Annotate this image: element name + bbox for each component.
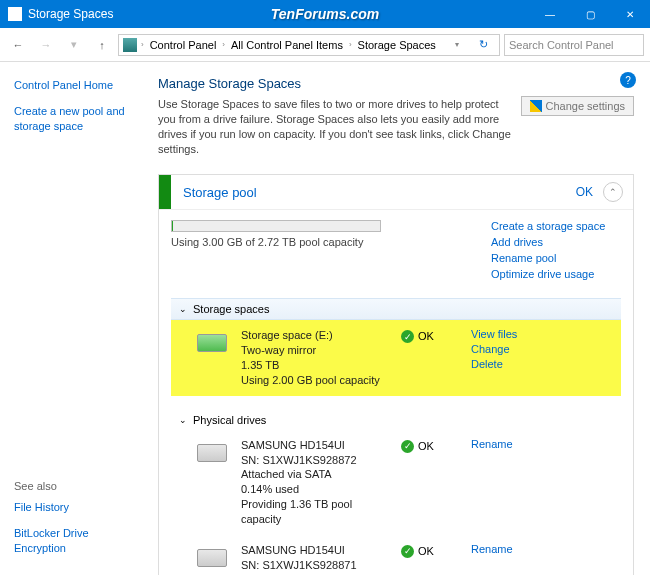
- rename-drive-link[interactable]: Rename: [471, 438, 613, 450]
- pool-status: OK: [576, 185, 603, 199]
- sidebar-file-history-link[interactable]: File History: [14, 500, 138, 514]
- create-space-link[interactable]: Create a storage space: [491, 220, 621, 232]
- section-label: Storage spaces: [193, 303, 269, 315]
- space-size: 1.35 TB: [241, 358, 391, 373]
- close-button[interactable]: ✕: [610, 0, 650, 28]
- space-name: Storage space (E:): [241, 328, 391, 343]
- drive-model: SAMSUNG HD154UI: [241, 543, 391, 558]
- pool-status-stripe: [159, 175, 171, 209]
- delete-link[interactable]: Delete: [471, 358, 613, 370]
- search-input[interactable]: Search Control Panel: [504, 34, 644, 56]
- space-status: OK: [418, 330, 434, 342]
- space-usage: Using 2.00 GB pool capacity: [241, 373, 391, 388]
- see-also-label: See also: [14, 480, 138, 492]
- drive-model: SAMSUNG HD154UI: [241, 438, 391, 453]
- minimize-button[interactable]: —: [530, 0, 570, 28]
- drive-icon: [197, 334, 227, 352]
- titlebar: Storage Spaces TenForums.com — ▢ ✕: [0, 0, 650, 28]
- help-icon[interactable]: ?: [620, 72, 636, 88]
- shield-icon: [530, 100, 542, 112]
- pool-header: Storage pool OK ⌃: [159, 175, 633, 210]
- drive-status: OK: [418, 545, 434, 557]
- pool-usage-text: Using 3.00 GB of 2.72 TB pool capacity: [171, 236, 491, 248]
- pool-name: Storage pool: [171, 185, 576, 200]
- pool-usage-bar: [171, 220, 381, 232]
- forward-button[interactable]: →: [34, 33, 58, 57]
- chevron-icon: ›: [222, 40, 225, 49]
- change-link[interactable]: Change: [471, 343, 613, 355]
- add-drives-link[interactable]: Add drives: [491, 236, 621, 248]
- physical-drive-item: SAMSUNG HD154UI SN: S1XWJ1KS928871 Attac…: [171, 535, 621, 575]
- chevron-icon: ›: [349, 40, 352, 49]
- search-placeholder: Search Control Panel: [509, 39, 614, 51]
- sidebar: Control Panel Home Create a new pool and…: [0, 62, 150, 575]
- main-panel: ? Manage Storage Spaces Use Storage Spac…: [150, 62, 650, 575]
- watermark-text: TenForums.com: [271, 6, 379, 22]
- section-header-drives[interactable]: ⌄ Physical drives: [171, 410, 621, 430]
- status-ok-icon: ✓: [401, 330, 414, 343]
- rename-drive-link[interactable]: Rename: [471, 543, 613, 555]
- change-settings-label: Change settings: [546, 100, 626, 112]
- window-buttons: — ▢ ✕: [530, 0, 650, 28]
- content-area: Control Panel Home Create a new pool and…: [0, 62, 650, 575]
- physical-drives-section: ⌄ Physical drives SAMSUNG HD154UI SN: S1…: [171, 410, 621, 575]
- refresh-button[interactable]: ↻: [471, 33, 495, 57]
- nav-toolbar: ← → ▾ ↑ › Control Panel › All Control Pa…: [0, 28, 650, 62]
- back-button[interactable]: ←: [6, 33, 30, 57]
- drive-conn: Attached via SATA: [241, 467, 391, 482]
- chevron-down-icon: ⌄: [179, 415, 187, 425]
- drive-sn: SN: S1XWJ1KS928872: [241, 453, 391, 468]
- recent-dropdown[interactable]: ▾: [62, 33, 86, 57]
- storage-pool-card: Storage pool OK ⌃ Using 3.00 GB of 2.72 …: [158, 174, 634, 575]
- storage-spaces-section: ⌄ Storage spaces Storage space (E:) Two-…: [171, 298, 621, 395]
- collapse-button[interactable]: ⌃: [603, 182, 623, 202]
- optimize-link[interactable]: Optimize drive usage: [491, 268, 621, 280]
- sidebar-create-pool-link[interactable]: Create a new pool and storage space: [14, 104, 138, 133]
- breadcrumb-dropdown[interactable]: ▾: [445, 33, 469, 57]
- app-icon: [8, 7, 22, 21]
- sidebar-home-link[interactable]: Control Panel Home: [14, 78, 138, 92]
- sidebar-bitlocker-link[interactable]: BitLocker Drive Encryption: [14, 526, 138, 555]
- breadcrumb-item[interactable]: Storage Spaces: [354, 39, 440, 51]
- page-heading: Manage Storage Spaces: [158, 76, 634, 91]
- breadcrumb-item[interactable]: Control Panel: [146, 39, 221, 51]
- change-settings-button[interactable]: Change settings: [521, 96, 635, 116]
- up-button[interactable]: ↑: [90, 33, 114, 57]
- drive-icon: [197, 444, 227, 462]
- drive-status: OK: [418, 440, 434, 452]
- section-label: Physical drives: [193, 414, 266, 426]
- drive-sn: SN: S1XWJ1KS928871: [241, 558, 391, 573]
- view-files-link[interactable]: View files: [471, 328, 613, 340]
- chevron-down-icon: ⌄: [179, 304, 187, 314]
- drive-prov: Providing 1.36 TB pool capacity: [241, 497, 391, 527]
- breadcrumb-item[interactable]: All Control Panel Items: [227, 39, 347, 51]
- drive-pct: 0.14% used: [241, 482, 391, 497]
- rename-pool-link[interactable]: Rename pool: [491, 252, 621, 264]
- physical-drive-item: SAMSUNG HD154UI SN: S1XWJ1KS928872 Attac…: [171, 430, 621, 535]
- drive-icon: [197, 549, 227, 567]
- storage-space-item: Storage space (E:) Two-way mirror 1.35 T…: [171, 320, 621, 395]
- space-type: Two-way mirror: [241, 343, 391, 358]
- status-ok-icon: ✓: [401, 545, 414, 558]
- control-panel-icon: [123, 38, 137, 52]
- page-description: Use Storage Spaces to save files to two …: [158, 97, 518, 156]
- section-header-spaces[interactable]: ⌄ Storage spaces: [171, 298, 621, 320]
- maximize-button[interactable]: ▢: [570, 0, 610, 28]
- breadcrumb[interactable]: › Control Panel › All Control Panel Item…: [118, 34, 500, 56]
- chevron-icon: ›: [141, 40, 144, 49]
- status-ok-icon: ✓: [401, 440, 414, 453]
